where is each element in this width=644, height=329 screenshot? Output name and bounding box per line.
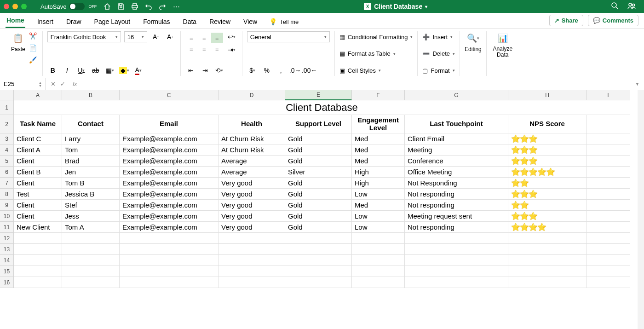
cell[interactable] xyxy=(120,255,218,266)
cut-icon[interactable]: ✂️ xyxy=(29,31,38,40)
cell[interactable]: At Churn Risk xyxy=(218,144,285,156)
row-header-15[interactable]: 15 xyxy=(0,266,14,277)
cell[interactable]: Low xyxy=(352,189,405,200)
cell[interactable]: Client Email xyxy=(405,133,508,144)
cell[interactable] xyxy=(285,244,352,255)
cell[interactable]: Meeting xyxy=(405,144,508,156)
row-header-10[interactable]: 10 xyxy=(0,211,14,222)
cell[interactable] xyxy=(586,233,630,244)
cell[interactable] xyxy=(405,266,508,277)
cell[interactable] xyxy=(352,277,405,288)
cell[interactable] xyxy=(586,200,630,211)
tab-draw[interactable]: Draw xyxy=(65,14,82,28)
cell[interactable] xyxy=(285,255,352,266)
cell[interactable] xyxy=(405,255,508,266)
col-header-D[interactable]: D xyxy=(218,90,285,100)
cell[interactable] xyxy=(586,244,630,255)
row-header-16[interactable]: 16 xyxy=(0,277,14,288)
cell[interactable]: Gold xyxy=(285,156,352,167)
cell[interactable]: High xyxy=(352,178,405,189)
indent-increase[interactable]: ⇥ xyxy=(200,65,211,76)
cell[interactable]: Silver xyxy=(285,167,352,178)
col-header-A[interactable]: A xyxy=(14,90,62,100)
cell[interactable]: High xyxy=(352,167,405,178)
toggle-switch[interactable] xyxy=(69,3,85,10)
cell[interactable]: Med xyxy=(352,200,405,211)
cell[interactable]: Example@example.com xyxy=(120,200,218,211)
cell[interactable] xyxy=(218,277,285,288)
nps-stars[interactable]: ⭐⭐⭐ xyxy=(508,189,586,200)
cell[interactable] xyxy=(120,266,218,277)
autosave-toggle[interactable]: AutoSave OFF xyxy=(40,3,97,10)
cell[interactable]: Low xyxy=(352,222,405,233)
border-button[interactable]: ▦▾ xyxy=(104,65,115,76)
cell[interactable] xyxy=(586,178,630,189)
cell[interactable]: Jen xyxy=(62,167,120,178)
tab-home[interactable]: Home xyxy=(6,13,25,28)
cell[interactable]: Med xyxy=(352,156,405,167)
cell[interactable] xyxy=(352,266,405,277)
currency-button[interactable]: $▾ xyxy=(247,65,258,76)
row-header-8[interactable]: 8 xyxy=(0,189,14,200)
cell[interactable] xyxy=(14,277,62,288)
cell[interactable]: Very good xyxy=(218,178,285,189)
cell[interactable]: Jessica B xyxy=(62,189,120,200)
col-header-B[interactable]: B xyxy=(62,90,120,100)
cell[interactable]: Example@example.com xyxy=(120,167,218,178)
shrink-font-icon[interactable]: A↓ xyxy=(165,31,176,42)
cell[interactable]: Client xyxy=(14,211,62,222)
align-top-center[interactable]: ≡ xyxy=(198,33,210,43)
more-icon[interactable]: ⋯ xyxy=(172,2,180,11)
cell[interactable]: Client A xyxy=(14,144,62,156)
save-icon[interactable] xyxy=(117,2,125,11)
row-header-13[interactable]: 13 xyxy=(0,244,14,255)
cell[interactable] xyxy=(586,277,630,288)
cell[interactable] xyxy=(285,277,352,288)
cell[interactable]: Not responding xyxy=(405,200,508,211)
align-mid-center[interactable]: ≡ xyxy=(198,44,210,54)
cell[interactable] xyxy=(62,277,120,288)
cell[interactable] xyxy=(586,211,630,222)
percent-button[interactable]: % xyxy=(261,65,272,76)
tab-view[interactable]: View xyxy=(242,14,258,28)
redo-icon[interactable] xyxy=(158,2,167,11)
indent-decrease[interactable]: ⇤ xyxy=(185,65,196,76)
format-as-table[interactable]: ▤Format as Table▾ xyxy=(339,48,413,59)
cell[interactable] xyxy=(405,277,508,288)
column-header[interactable]: Contact xyxy=(62,115,120,133)
cell[interactable] xyxy=(62,244,120,255)
cell[interactable]: Not responding xyxy=(405,222,508,233)
search-icon[interactable] xyxy=(611,2,619,12)
tab-review[interactable]: Review xyxy=(208,14,231,28)
cell[interactable]: Example@example.com xyxy=(120,133,218,144)
home-icon[interactable] xyxy=(103,2,111,11)
cell[interactable]: Example@example.com xyxy=(120,156,218,167)
cell[interactable] xyxy=(586,266,630,277)
cell[interactable] xyxy=(586,222,630,233)
align-top-left[interactable]: ≡ xyxy=(185,33,197,43)
cell[interactable]: Gold xyxy=(285,189,352,200)
column-header[interactable]: Support Level xyxy=(285,115,352,133)
row-header-6[interactable]: 6 xyxy=(0,167,14,178)
cell[interactable] xyxy=(120,233,218,244)
minimize-window[interactable] xyxy=(12,4,18,9)
cell[interactable]: Office Meeting xyxy=(405,167,508,178)
cell[interactable]: Low xyxy=(352,211,405,222)
cell[interactable]: Gold xyxy=(285,200,352,211)
cancel-formula-icon[interactable]: ✕ xyxy=(51,81,56,87)
format-cells[interactable]: ▢Format▾ xyxy=(422,65,455,76)
cell[interactable]: Med xyxy=(352,144,405,156)
cell[interactable]: Gold xyxy=(285,133,352,144)
font-name-select[interactable]: Franklin Gothic Book▾ xyxy=(47,31,121,42)
col-header-G[interactable]: G xyxy=(405,90,508,100)
cell[interactable]: Very good xyxy=(218,189,285,200)
tab-formulas[interactable]: Formulas xyxy=(142,14,171,28)
cell[interactable] xyxy=(218,255,285,266)
cell[interactable]: Stef xyxy=(62,200,120,211)
cell[interactable]: Client xyxy=(14,200,62,211)
row-header-14[interactable]: 14 xyxy=(0,255,14,266)
cell[interactable] xyxy=(508,266,586,277)
cell[interactable]: Not Responding xyxy=(405,178,508,189)
undo-icon[interactable] xyxy=(144,2,153,11)
cell[interactable]: Tom xyxy=(62,144,120,156)
